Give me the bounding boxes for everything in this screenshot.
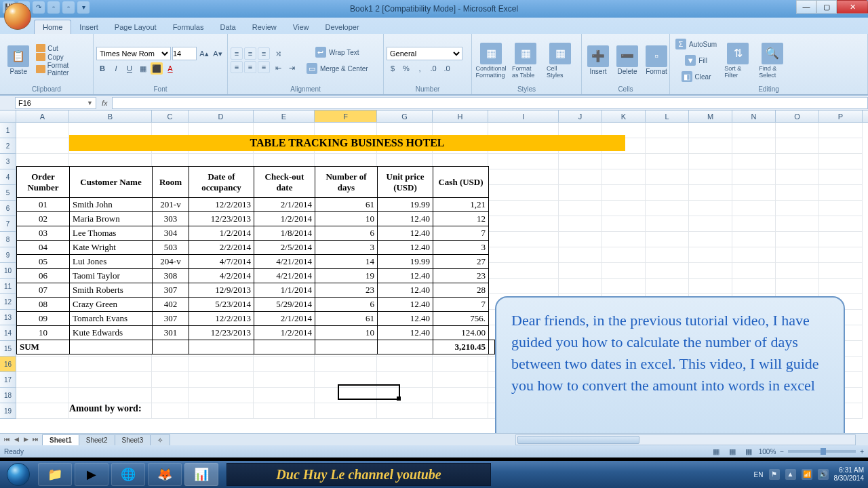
zoom-out-button[interactable]: − <box>780 448 784 455</box>
cell[interactable] <box>488 169 559 185</box>
taskbar-firefox[interactable]: 🦊 <box>148 463 182 486</box>
inc-decimal-button[interactable]: .0 <box>427 62 439 75</box>
table-cell[interactable]: 12/2/2013 <box>189 198 254 212</box>
cell[interactable] <box>819 185 863 201</box>
font-name-select[interactable]: Times New Rom <box>96 47 171 60</box>
cell[interactable] <box>732 185 776 201</box>
cell[interactable] <box>559 154 602 169</box>
cell[interactable] <box>732 216 776 232</box>
cell[interactable] <box>819 263 863 279</box>
sheet-tab-3[interactable]: Sheet3 <box>115 434 151 445</box>
row-header-9[interactable]: 9 <box>0 247 16 263</box>
maximize-button[interactable]: ▢ <box>816 0 837 14</box>
fx-icon[interactable]: fx <box>102 99 108 107</box>
table-cell[interactable]: 02 <box>17 212 70 226</box>
table-cell[interactable]: 12.40 <box>378 269 433 283</box>
redo-icon[interactable]: ↷ <box>33 1 45 14</box>
table-cell[interactable]: 1/2/2014 <box>254 212 315 226</box>
view-normal-button[interactable]: ▦ <box>710 445 722 458</box>
cell[interactable] <box>433 388 488 403</box>
cell[interactable] <box>819 216 863 232</box>
cell[interactable] <box>16 388 69 403</box>
format-painter-button[interactable]: Format Painter <box>36 62 90 77</box>
cell[interactable] <box>559 232 602 247</box>
cell[interactable] <box>16 372 69 388</box>
view-pagebreak-button[interactable]: ▦ <box>743 445 755 458</box>
cell[interactable] <box>819 201 863 216</box>
office-button[interactable] <box>4 3 31 30</box>
table-cell[interactable]: Taomi Taylor <box>70 269 153 283</box>
table-cell[interactable]: Lee Thomas <box>70 226 153 241</box>
table-cell[interactable] <box>70 340 153 354</box>
cell[interactable] <box>602 201 646 216</box>
align-top-button[interactable]: ≡ <box>231 47 243 60</box>
cell[interactable] <box>776 201 819 216</box>
row-header-18[interactable]: 18 <box>0 388 16 403</box>
new-sheet-button[interactable]: ✧ <box>150 434 170 445</box>
table-cell[interactable]: 307 <box>153 283 189 298</box>
cell[interactable] <box>315 357 377 372</box>
table-cell[interactable]: 08 <box>17 298 70 312</box>
row-header-1[interactable]: 1 <box>0 123 16 138</box>
table-cell[interactable]: 7 <box>433 226 489 241</box>
tab-view[interactable]: View <box>285 20 317 34</box>
row-header-10[interactable]: 10 <box>0 263 16 279</box>
cell[interactable] <box>602 263 646 279</box>
tab-review[interactable]: Review <box>244 20 285 34</box>
cell[interactable] <box>69 372 152 388</box>
cell[interactable] <box>69 388 152 403</box>
cell[interactable] <box>16 123 69 138</box>
cell[interactable] <box>377 388 433 403</box>
table-cell[interactable]: 503 <box>153 241 189 255</box>
cell-styles-button[interactable]: ▦Cell Styles <box>544 41 576 80</box>
col-header-J[interactable]: J <box>559 110 602 122</box>
worksheet-grid[interactable]: ABCDEFGHIJKLMNOP 12345678910111213141516… <box>0 110 868 433</box>
table-cell[interactable]: Maria Brown <box>70 212 153 226</box>
tab-nav-prev[interactable]: ◀ <box>12 436 20 444</box>
select-all-corner[interactable] <box>0 110 16 122</box>
table-cell[interactable]: 12.40 <box>378 226 433 241</box>
table-cell[interactable]: 4/7/2014 <box>189 255 254 269</box>
zoom-slider[interactable] <box>788 450 856 453</box>
table-cell[interactable]: 61 <box>315 198 378 212</box>
table-cell[interactable]: 5/23/2014 <box>189 298 254 312</box>
align-middle-button[interactable]: ≡ <box>244 47 256 60</box>
cell[interactable] <box>488 232 559 247</box>
cell[interactable] <box>433 403 488 419</box>
cell[interactable] <box>689 232 732 247</box>
cell[interactable] <box>776 247 819 263</box>
table-cell[interactable]: 12.40 <box>378 298 433 312</box>
col-header-M[interactable]: M <box>689 110 732 122</box>
sheet-tab-1[interactable]: Sheet1 <box>42 434 79 445</box>
tray-lang[interactable]: EN <box>754 471 764 479</box>
cell[interactable] <box>602 279 646 294</box>
cell[interactable] <box>689 279 732 294</box>
paste-button[interactable]: 📋Paste <box>3 44 34 77</box>
cell[interactable] <box>819 232 863 247</box>
row-header-2[interactable]: 2 <box>0 138 16 154</box>
col-header-L[interactable]: L <box>646 110 689 122</box>
cell[interactable] <box>689 263 732 279</box>
table-cell[interactable]: 6 <box>315 298 378 312</box>
table-cell[interactable]: 4/21/2014 <box>254 255 315 269</box>
find-select-button[interactable]: 🔍Find & Select <box>756 41 789 80</box>
cell[interactable] <box>819 279 863 294</box>
cell[interactable] <box>646 169 689 185</box>
underline-button[interactable]: U <box>123 62 136 75</box>
cell[interactable] <box>776 123 819 138</box>
align-center-button[interactable]: ≡ <box>244 61 256 73</box>
table-cell[interactable]: 12 <box>433 212 489 226</box>
table-cell[interactable]: 14 <box>315 255 378 269</box>
cell[interactable] <box>377 403 433 419</box>
cell[interactable] <box>602 154 646 169</box>
cell[interactable] <box>732 154 776 169</box>
cell[interactable] <box>488 154 559 169</box>
indent-dec-button[interactable]: ⇤ <box>272 62 284 74</box>
number-format-select[interactable]: General <box>387 47 462 60</box>
taskbar-explorer[interactable]: 📁 <box>38 463 72 486</box>
table-cell[interactable]: 12/2/2013 <box>189 312 254 326</box>
cell[interactable] <box>488 201 559 216</box>
format-cells-button[interactable]: ▫Format <box>643 44 670 77</box>
cell[interactable] <box>732 123 776 138</box>
table-cell[interactable]: 4/21/2014 <box>254 269 315 283</box>
